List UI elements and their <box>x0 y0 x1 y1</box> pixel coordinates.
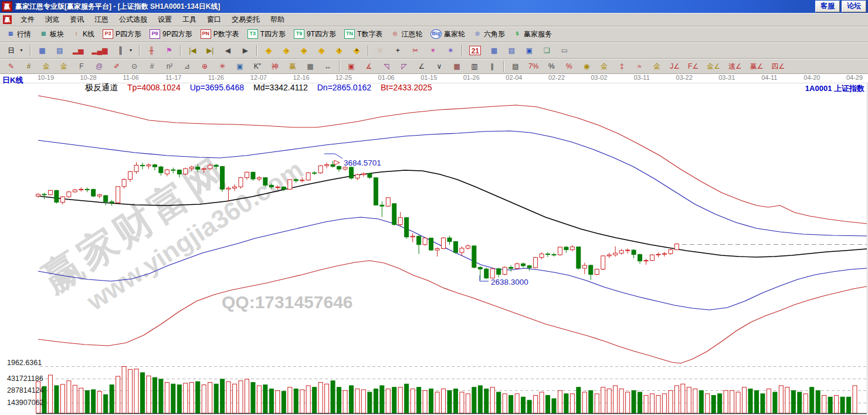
menu-browse[interactable]: 浏览 <box>40 14 65 26</box>
j-angle-icon[interactable]: J∠ <box>666 60 683 73</box>
n2-ruler-icon[interactable]: n² <box>161 60 178 73</box>
magenta-tool-icon[interactable]: ✶ <box>425 44 441 57</box>
diamond-shift-left-icon[interactable]: ◆← <box>260 44 277 57</box>
memo-icon[interactable]: ▤ <box>503 44 520 57</box>
candle-style-button[interactable]: ║▼ <box>112 44 136 57</box>
f-angle-icon[interactable]: F∠ <box>684 60 702 73</box>
menu-help[interactable]: 帮助 <box>265 14 290 26</box>
ruler-tool-icon[interactable]: # <box>144 60 160 73</box>
target-cross-icon[interactable]: ⊕ <box>196 60 213 73</box>
diamond-compress-v-icon[interactable]: ◆↕ <box>331 44 347 57</box>
four-angle-icon[interactable]: 四∠ <box>768 60 789 73</box>
quote-list-icon[interactable]: ▤ <box>52 44 68 57</box>
last-bar-icon[interactable]: ▶| <box>202 44 218 57</box>
gold-grid-icon[interactable]: 金 <box>38 60 55 73</box>
title-bar[interactable]: 赢 赢家江恩专业版[赢家服务平台] - [上证指数 SH1A0001-134日K… <box>0 0 868 13</box>
chart-window-icon[interactable]: ▦ <box>34 44 50 57</box>
t3-button[interactable]: T3T四方形 <box>244 28 289 41</box>
f-ruler-icon[interactable]: F <box>73 60 90 73</box>
channel-line-up <box>38 131 867 236</box>
menu-tools[interactable]: 工具 <box>177 14 202 26</box>
diamond-expand-h-icon[interactable]: ◆⇔ <box>313 44 330 57</box>
red-bars-9-icon[interactable]: ▂▄▆ <box>88 44 111 57</box>
kline-button[interactable]: ↕K线 <box>69 28 98 41</box>
pn-button[interactable]: PNP数字表 <box>197 28 243 41</box>
menu-formula-picker[interactable]: 公式选股 <box>114 14 152 26</box>
gold-line-icon[interactable]: 金 <box>649 60 665 73</box>
percent-7-icon[interactable]: 7% <box>525 60 542 73</box>
fan-box-icon[interactable]: ◹ <box>378 60 395 73</box>
fan-square-icon[interactable]: ◸ <box>396 60 412 73</box>
hexagon-button[interactable]: ◎六角形 <box>470 28 508 41</box>
snapshot-icon[interactable]: ❏ <box>538 44 555 57</box>
t9-button[interactable]: T99T四方形 <box>290 28 340 41</box>
print-icon[interactable]: ▭ <box>556 44 572 57</box>
candle-pen-icon[interactable]: ‡ <box>613 60 630 73</box>
diamond-expand-v-icon[interactable]: ◆+ <box>348 44 365 57</box>
gold-level-icon[interactable]: 金 <box>596 60 612 73</box>
window-grid-icon[interactable]: ▣ <box>343 60 360 73</box>
menu-gann[interactable]: 江恩 <box>89 14 114 26</box>
star-target-icon[interactable]: ✳ <box>214 60 230 73</box>
menu-settings[interactable]: 设置 <box>152 14 177 26</box>
pattern-tool-icon[interactable]: ✷ <box>442 44 459 57</box>
menu-news[interactable]: 资讯 <box>65 14 89 26</box>
square-target-icon[interactable]: ▣ <box>232 60 248 73</box>
customer-service-button[interactable]: 客服 <box>815 1 840 12</box>
crosshair-tool-icon[interactable]: + <box>389 44 406 57</box>
p9-button[interactable]: P99P四方形 <box>146 28 196 41</box>
k-mark-icon[interactable]: K″ <box>249 60 266 73</box>
gold-angle-icon[interactable]: 金∠ <box>703 60 724 73</box>
compass-tool-icon[interactable]: ⊙ <box>126 60 143 73</box>
spiral-tool-icon[interactable]: @ <box>91 60 107 73</box>
chart-canvas[interactable]: 1962.636143172118628781412414390706210-1… <box>0 74 868 415</box>
hand-tool-icon[interactable]: ☞ <box>372 44 388 57</box>
speed-angle-icon[interactable]: 速∠ <box>725 60 745 73</box>
period-day-button[interactable]: 日▼ <box>3 44 27 57</box>
brush-tool-icon[interactable]: ✎ <box>3 60 19 73</box>
kline-pattern-icon[interactable]: ╫ <box>143 44 160 57</box>
trend-angle-icon[interactable]: ∠ <box>413 60 430 73</box>
win-angle-icon[interactable]: 赢∠ <box>747 60 767 73</box>
prev-bar-icon[interactable]: ◀ <box>219 44 236 57</box>
win-tool-icon[interactable]: 赢 <box>284 60 301 73</box>
diamond-compress-h-icon[interactable]: ◆↔ <box>296 44 312 57</box>
wave-gold-icon[interactable]: ≈ <box>631 60 647 73</box>
measure-tool-icon[interactable]: ↔ <box>320 60 336 73</box>
palette-flag-icon[interactable]: ⚑ <box>161 44 177 57</box>
forum-button[interactable]: 论坛 <box>842 1 866 12</box>
angle-flag-icon[interactable]: ⊿ <box>179 60 195 73</box>
winner-service-button[interactable]: $赢家服务 <box>510 28 555 41</box>
percent-level-icon[interactable]: % <box>561 60 577 73</box>
tn-button[interactable]: TNT数字表 <box>341 28 386 41</box>
percent-icon[interactable]: % <box>543 60 560 73</box>
next-bar-icon[interactable]: ▶ <box>237 44 253 57</box>
menu-file[interactable]: 文件 <box>15 14 40 26</box>
diamond-shift-right-icon[interactable]: ◆→ <box>278 44 294 57</box>
winner-wheel-button[interactable]: Big赢家轮 <box>427 28 469 41</box>
calendar-icon[interactable]: 21 <box>466 44 484 57</box>
gold-circle-icon[interactable]: ◉ <box>578 60 595 73</box>
parallel-lines-icon[interactable]: ∥ <box>484 60 500 73</box>
hash-grid-icon[interactable]: ▦ <box>449 60 465 73</box>
first-bar-icon[interactable]: |◀ <box>184 44 201 57</box>
gann-wheel-button[interactable]: ◎江恩轮 <box>387 28 426 41</box>
menu-trade[interactable]: 交易委托 <box>226 14 265 26</box>
v-line-icon[interactable]: ∨ <box>431 60 447 73</box>
quote-grid-button[interactable]: ▦行情 <box>3 28 35 41</box>
gold-grid-2-icon[interactable]: 金 <box>56 60 72 73</box>
gann-grid-icon[interactable]: # <box>21 60 37 73</box>
red-bars-3-icon[interactable]: ▂▅ <box>69 44 87 57</box>
fan-lines-icon[interactable]: ∡ <box>361 60 377 73</box>
sector-blocks-button[interactable]: ▩板块 <box>36 28 67 41</box>
price-ladder-icon[interactable]: ▤ <box>507 60 524 73</box>
grid-125-icon[interactable]: ▦ <box>302 60 318 73</box>
p3-button[interactable]: P3P四方形 <box>99 28 145 41</box>
menu-window[interactable]: 窗口 <box>202 14 226 26</box>
calculator-icon[interactable]: ▦ <box>486 44 502 57</box>
pen-tool-icon[interactable]: ✐ <box>108 60 125 73</box>
save-icon[interactable]: ▣ <box>521 44 537 57</box>
grid-chart-icon[interactable]: ▥ <box>466 60 483 73</box>
erase-tool-icon[interactable]: ✂ <box>407 44 423 57</box>
shen-tool-icon[interactable]: 神 <box>267 60 283 73</box>
